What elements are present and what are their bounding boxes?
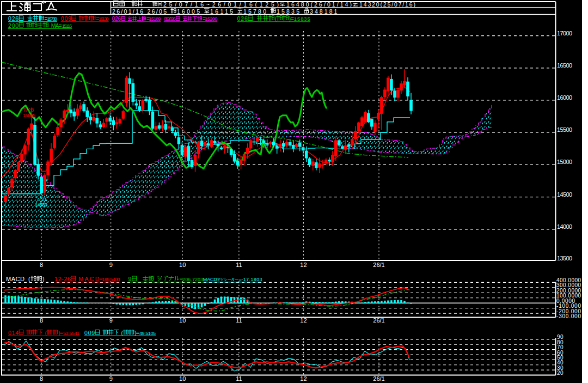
svg-text:16480(26/01/14): 16480(26/01/14) bbox=[286, 1, 352, 8]
svg-text:(: ( bbox=[28, 276, 30, 282]
svg-text:15885: 15885 bbox=[23, 113, 35, 118]
svg-text:)=: )= bbox=[289, 15, 294, 22]
svg-text:026: 026 bbox=[237, 15, 248, 22]
svg-text:15189: 15189 bbox=[149, 16, 161, 22]
svg-text:014: 014 bbox=[8, 330, 19, 336]
svg-text:16000: 16000 bbox=[557, 94, 572, 101]
svg-text:16500: 16500 bbox=[557, 62, 572, 69]
svg-text:26/1: 26/1 bbox=[373, 375, 384, 382]
svg-text:(: ( bbox=[121, 330, 123, 336]
svg-text:9: 9 bbox=[128, 276, 132, 282]
svg-text:26/1: 26/1 bbox=[373, 317, 384, 324]
svg-text:12: 12 bbox=[300, 262, 307, 268]
svg-text:11: 11 bbox=[236, 262, 242, 268]
svg-text:9: 9 bbox=[109, 262, 113, 268]
svg-text:15835: 15835 bbox=[294, 16, 310, 22]
svg-text:(: ( bbox=[275, 15, 277, 22]
svg-text:12: 12 bbox=[300, 375, 307, 382]
svg-text:009: 009 bbox=[61, 15, 71, 22]
svg-text:14500: 14500 bbox=[557, 191, 572, 198]
svg-text:12-26: 12-26 bbox=[54, 276, 71, 282]
svg-text:25/07/16~26/01/16(125): 25/07/16~26/01/16(125) bbox=[163, 1, 279, 8]
svg-text:009: 009 bbox=[84, 330, 95, 336]
svg-text:206.7203: 206.7203 bbox=[182, 277, 203, 282]
svg-text:)=: )= bbox=[58, 330, 63, 336]
svg-text:15000: 15000 bbox=[557, 159, 572, 165]
svg-text:MACD: MACD bbox=[6, 276, 26, 282]
svg-text:9: 9 bbox=[109, 375, 113, 382]
svg-text:052/026: 052/026 bbox=[164, 16, 176, 22]
svg-text:7/28: 7/28 bbox=[23, 107, 34, 113]
svg-text:026: 026 bbox=[8, 15, 19, 22]
svg-text:15730: 15730 bbox=[47, 16, 57, 22]
svg-text:15116: 15116 bbox=[62, 23, 72, 29]
svg-text:9: 9 bbox=[109, 317, 113, 324]
svg-text:7/31: 7/31 bbox=[36, 197, 47, 202]
svg-text:20: 20 bbox=[557, 370, 564, 376]
svg-text:8: 8 bbox=[40, 317, 43, 324]
svg-text:10: 10 bbox=[179, 262, 186, 268]
svg-text:(: ( bbox=[45, 330, 47, 336]
svg-text:11: 11 bbox=[236, 317, 242, 324]
svg-text:12: 12 bbox=[300, 317, 307, 324]
svg-text:MA=: MA= bbox=[51, 22, 62, 29]
svg-text:026: 026 bbox=[112, 15, 121, 22]
svg-text:MACD: MACD bbox=[203, 277, 218, 282]
svg-text:10: 10 bbox=[179, 317, 186, 324]
svg-text:8: 8 bbox=[40, 262, 43, 268]
svg-text:189.5400: 189.5400 bbox=[102, 277, 120, 282]
svg-text:53.5541: 53.5541 bbox=[63, 331, 79, 336]
svg-text:200: 200 bbox=[8, 22, 19, 29]
svg-text:15200: 15200 bbox=[205, 16, 217, 22]
svg-text:16130: 16130 bbox=[99, 16, 109, 22]
svg-text:14000: 14000 bbox=[557, 223, 572, 230]
svg-text:10: 10 bbox=[179, 375, 186, 382]
svg-text:): ) bbox=[42, 276, 45, 282]
svg-text:13500: 13500 bbox=[557, 255, 572, 262]
svg-text:8: 8 bbox=[40, 375, 43, 382]
svg-text:14550: 14550 bbox=[35, 202, 47, 208]
svg-text:11: 11 bbox=[236, 375, 242, 382]
svg-text:)=: )= bbox=[134, 330, 139, 336]
svg-text:-300.000: -300.000 bbox=[556, 313, 581, 319]
svg-text:49.5105: 49.5105 bbox=[139, 331, 156, 336]
svg-text:-17.1803: -17.1803 bbox=[241, 277, 262, 282]
svg-text:26/1: 26/1 bbox=[373, 262, 384, 268]
svg-text:15500: 15500 bbox=[557, 126, 572, 133]
svg-text:14320(25/07/16): 14320(25/07/16) bbox=[359, 1, 415, 8]
svg-text:17000: 17000 bbox=[557, 30, 572, 37]
